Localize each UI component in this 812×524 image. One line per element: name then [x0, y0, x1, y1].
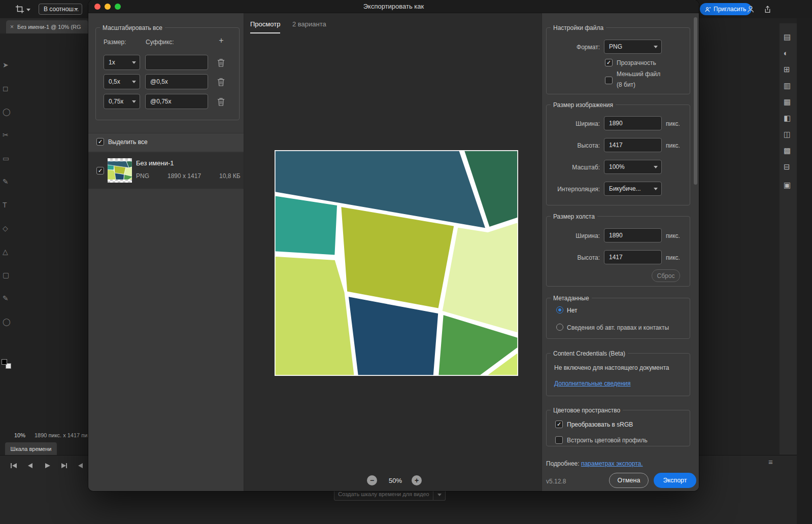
tool-icon[interactable]: ➤	[3, 61, 9, 69]
content-credentials-link[interactable]: Дополнительные сведения	[554, 380, 630, 387]
zoom-out-button[interactable]: −	[367, 475, 377, 485]
item-checkbox[interactable]: ✓	[96, 167, 104, 174]
metadata-copyright-radio[interactable]	[556, 324, 563, 331]
scale-size-dropdown[interactable]: 1x	[104, 55, 140, 70]
zoom-status[interactable]: 10%	[14, 432, 25, 438]
export-button[interactable]: Экспорт	[654, 473, 696, 488]
close-tab-icon[interactable]: ×	[10, 23, 14, 30]
item-filesize: 10,8 КБ	[219, 172, 241, 180]
panel-dock: ▤ ◐ ⊞ ▥ ▦ ◧ ◫ ▩ ⊟ ▣	[780, 23, 797, 455]
tool-icon[interactable]: ◻	[3, 84, 9, 92]
metadata-none-radio[interactable]	[556, 306, 563, 313]
variants-tab[interactable]: 2 варианта	[292, 20, 326, 32]
preview-panel: Просмотр 2 варианта − 50% +	[244, 13, 542, 491]
scale-size-value: 0,75x	[109, 98, 123, 105]
scale-size-dropdown[interactable]: 0,5x	[104, 74, 140, 89]
cancel-button[interactable]: Отмена	[609, 473, 649, 488]
transparency-checkbox[interactable]: ✓	[605, 59, 613, 66]
convert-srgb-label: Преобразовать в sRGB	[567, 421, 633, 428]
dialog-titlebar: Экспортировать как	[88, 0, 699, 13]
export-item-row[interactable]: ✓ Без имени-1 PNG 1890 x 1417 10,8 КБ	[88, 152, 244, 189]
timeline-tab[interactable]: Шкала времени	[5, 442, 57, 455]
interpolation-dropdown[interactable]: Бикубиче...	[604, 182, 662, 196]
chevron-down-icon	[26, 9, 30, 11]
delete-scale-button[interactable]	[216, 58, 225, 67]
suffix-input[interactable]	[145, 94, 208, 109]
tool-icon[interactable]: ▢	[3, 271, 9, 279]
tool-icon[interactable]: ▭	[3, 154, 9, 162]
next-frame-button[interactable]	[58, 462, 70, 470]
format-label: Формат:	[542, 44, 600, 51]
scale-dropdown[interactable]: 100%	[604, 160, 662, 174]
dock-panel-icon[interactable]: ⊞	[784, 65, 790, 74]
document-tab-label: Без имени-1 @ 10% (RG	[17, 24, 81, 30]
previous-frame-button[interactable]	[25, 462, 36, 470]
rewind-button[interactable]	[75, 462, 86, 470]
delete-scale-button[interactable]	[216, 97, 225, 106]
dock-panel-icon[interactable]: ◐	[784, 49, 788, 57]
dock-panel-icon[interactable]: ▦	[784, 97, 791, 107]
image-height-input[interactable]	[604, 138, 662, 152]
suffix-input[interactable]	[145, 74, 208, 89]
ratio-preset-dropdown[interactable]: В соотнош...	[39, 4, 82, 15]
export-as-dialog: Экспортировать как Масштабировать все Ра…	[88, 0, 699, 491]
document-tab[interactable]: × Без имени-1 @ 10% (RG	[6, 20, 88, 33]
crop-tool-icon[interactable]	[14, 4, 25, 15]
tool-icon[interactable]: ◯	[3, 108, 11, 116]
dock-panel-icon[interactable]: ▤	[784, 32, 791, 42]
preview-tab[interactable]: Просмотр	[250, 20, 280, 33]
item-thumbnail	[108, 158, 132, 183]
share-icon[interactable]	[762, 4, 772, 14]
file-settings-heading: Настройки файла	[551, 24, 606, 32]
account-icon[interactable]	[746, 4, 756, 14]
tool-icon[interactable]: ✎	[3, 294, 9, 302]
format-value: PNG	[609, 43, 622, 50]
scale-size-dropdown[interactable]: 0,75x	[104, 94, 140, 109]
reset-button[interactable]: Сброс	[652, 269, 680, 282]
px-label: пикс.	[666, 254, 680, 261]
tool-icon[interactable]: ✂	[3, 131, 9, 139]
invite-label: Пригласить	[714, 6, 746, 13]
play-button[interactable]	[42, 462, 53, 470]
select-all-checkbox[interactable]: ✓	[96, 138, 104, 146]
tool-icon[interactable]: △	[3, 248, 8, 256]
image-width-input[interactable]	[604, 116, 662, 130]
panel-menu-icon[interactable]: ≡	[768, 458, 773, 466]
ratio-preset-value: В соотнош...	[44, 6, 79, 13]
tool-icon[interactable]: ◇	[3, 224, 8, 232]
tool-icon[interactable]: ✎	[3, 178, 9, 186]
invite-button[interactable]: Пригласить	[700, 3, 752, 15]
export-options-link[interactable]: параметрах экспорта.	[581, 460, 643, 467]
chevron-down-icon	[654, 188, 658, 190]
smaller-file-checkbox[interactable]	[605, 77, 613, 84]
select-all-row[interactable]: ✓ Выделить все	[88, 133, 244, 151]
dock-panel-icon[interactable]: ▩	[784, 146, 791, 155]
invite-person-icon	[704, 6, 711, 13]
px-label: пикс.	[666, 120, 680, 127]
dock-panel-icon[interactable]: ◧	[784, 114, 791, 123]
delete-scale-button[interactable]	[216, 77, 225, 86]
canvas-width-input[interactable]	[604, 228, 662, 242]
format-dropdown[interactable]: PNG	[604, 40, 662, 54]
convert-srgb-checkbox[interactable]: ✓	[555, 421, 563, 428]
tool-icon[interactable]: T	[3, 201, 7, 209]
first-frame-button[interactable]	[8, 462, 19, 470]
suffix-input[interactable]	[145, 55, 208, 70]
dock-panel-icon[interactable]: ◫	[784, 130, 791, 139]
zoom-in-button[interactable]: +	[412, 475, 422, 485]
canvas-width-label: Ширина:	[542, 232, 600, 239]
tool-icon[interactable]: ◯	[3, 318, 11, 326]
px-label: пикс.	[666, 142, 680, 149]
metadata-heading: Метаданные	[551, 294, 592, 302]
chevron-down-icon	[654, 166, 658, 168]
add-scale-button[interactable]: +	[216, 36, 226, 46]
dock-panel-icon[interactable]: ▥	[784, 81, 791, 90]
embed-profile-checkbox[interactable]	[555, 436, 563, 444]
thumbnail-artwork	[108, 161, 132, 180]
canvas-height-input[interactable]	[604, 250, 662, 264]
foreground-color-swatch[interactable]	[2, 359, 7, 365]
dock-panel-icon[interactable]: ▣	[784, 181, 791, 190]
chevron-down-icon	[654, 46, 658, 48]
settings-scrollbar[interactable]	[694, 17, 697, 185]
dock-panel-icon[interactable]: ⊟	[784, 162, 790, 171]
